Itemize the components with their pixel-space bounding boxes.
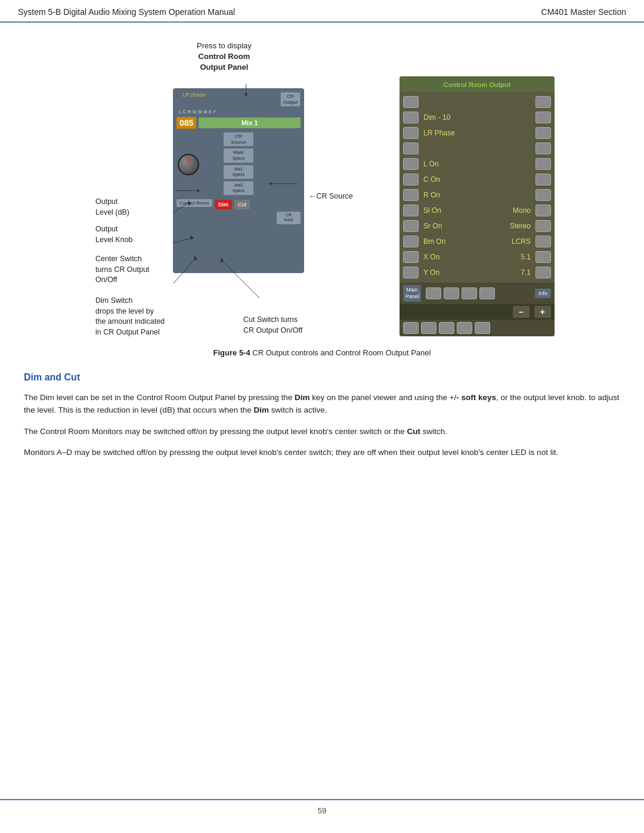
cr-output-btn[interactable]: CROutput [280, 92, 301, 107]
dim10-label: Dim - 10 [421, 113, 533, 122]
bmon-label: Bm On [421, 237, 509, 246]
dim-and-cut-section: Dim and Cut The Dim level can be set in … [24, 372, 620, 459]
figure-caption: Figure 5-4 CR Output controls and Contro… [24, 348, 620, 357]
lcd-085: 085 [177, 117, 196, 129]
left-diagram: Press to display Control Room Output Pan… [89, 41, 376, 327]
lon-label: L On [421, 160, 533, 168]
page-header: System 5-B Digital Audio Mixing System O… [0, 0, 644, 23]
bottom-soft-key-2[interactable] [444, 287, 459, 299]
soft-key-right-slon[interactable] [535, 205, 551, 216]
panel-title: Control Room Output [444, 81, 510, 88]
plus-btn[interactable]: + [534, 306, 551, 318]
cr-inset-btn[interactable]: CRInset [277, 212, 301, 224]
bottom-soft-key-1[interactable] [426, 287, 441, 299]
soft-key-right-xon[interactable] [535, 251, 551, 263]
header-left: System 5-B Digital Audio Mixing System O… [18, 7, 235, 17]
soft-key-left-lrphase[interactable] [403, 127, 419, 139]
stereo-label: Stereo [510, 222, 531, 230]
soft-key-right-dim10[interactable] [535, 112, 551, 123]
soft-key-right-lrphase[interactable] [535, 127, 551, 139]
ann-output-level-knob: Output Level Knob [95, 224, 133, 245]
soft-key-left-dim10[interactable] [403, 112, 419, 123]
panel-row-xon: X On 5.1 [400, 249, 555, 265]
panel-plusminus-row: – + [400, 304, 555, 320]
diagram-section: Press to display Control Room Output Pan… [24, 41, 620, 336]
soft-key-right-0[interactable] [535, 96, 551, 108]
soft-key-right-blank2[interactable] [535, 143, 551, 154]
ann-center-switch: Center Switch turns CR Output On/Off [95, 254, 149, 286]
slon-label: Sl On [421, 206, 510, 215]
paragraph-1: The Dim level can be set in the Control … [24, 391, 620, 417]
control-room-output-panel: Control Room Output Dim - 10 [400, 76, 555, 336]
soft-key-left-sron[interactable] [403, 220, 419, 232]
bottom2-soft-key-4[interactable] [457, 322, 472, 334]
lcd-row: 085 Mix 1 [177, 117, 301, 129]
info-btn[interactable]: Info [535, 289, 551, 298]
panel-rows: Dim - 10 LR Phase [400, 92, 555, 283]
bottom2-soft-key-3[interactable] [439, 322, 454, 334]
soft-key-right-ron[interactable] [535, 189, 551, 201]
lcrs-label: LCRS [512, 237, 531, 246]
panel-row-blank-top [400, 94, 555, 110]
mono-label: Mono [513, 206, 531, 215]
soft-key-left-slon[interactable] [403, 205, 419, 216]
bottom2-soft-key-2[interactable] [421, 322, 436, 334]
ann-cr-source: ←CR Source [309, 191, 353, 202]
7-1-label: 7.1 [521, 268, 531, 277]
soft-key-left-bmon[interactable] [403, 236, 419, 247]
soft-key-left-yon[interactable] [403, 267, 419, 278]
lr-phase-label: LR phase [182, 92, 206, 98]
section-title: Dim and Cut [24, 372, 620, 383]
cr-panel: LR phase CROutput L C R Sl Sr B X Y 085 … [173, 88, 304, 273]
panel-row-ron: R On [400, 187, 555, 203]
main-panel-btn[interactable]: MainPanel [403, 285, 421, 302]
level-knob[interactable] [178, 154, 199, 175]
xon-label: X On [421, 253, 518, 261]
panel-soft-row-bottom [400, 320, 555, 336]
bottom-soft-key-3[interactable] [462, 287, 477, 299]
panel-row-yon: Y On 7.1 [400, 265, 555, 280]
soft-key-left-xon[interactable] [403, 251, 419, 263]
cr-source-btn[interactable]: CRSource [224, 132, 253, 146]
panel-row-slon: Sl On Mono [400, 203, 555, 218]
bottom-soft-key-4[interactable] [479, 287, 495, 299]
yon-label: Y On [421, 268, 518, 277]
panel-row-sron: Sr On Stereo [400, 218, 555, 234]
bottom2-soft-key-1[interactable] [403, 322, 419, 334]
soft-key-left-blank2[interactable] [403, 143, 419, 154]
page-footer: 59 [0, 799, 644, 821]
panel-bottom-bar: MainPanel Info [400, 283, 555, 304]
press-label: Press to display Control Room Output Pan… [197, 41, 252, 73]
alt1-spkrs-btn[interactable]: Alt1Spkrs [224, 165, 253, 179]
soft-key-right-yon[interactable] [535, 267, 551, 278]
soft-key-left-ron[interactable] [403, 189, 419, 201]
soft-key-left-lon[interactable] [403, 158, 419, 170]
soft-key-left-con[interactable] [403, 174, 419, 185]
right-diagram-wrapper: Control Room Output Dim - 10 [400, 76, 555, 336]
soft-key-right-sron[interactable] [535, 220, 551, 232]
dim-btn[interactable]: Dim [215, 200, 232, 209]
soft-key-right-lon[interactable] [535, 158, 551, 170]
panel-row-bmon: Bm On LCRS [400, 234, 555, 249]
mix1-btn[interactable]: Mix 1 [199, 117, 301, 128]
paragraph-2: The Control Room Monitors may be switche… [24, 425, 620, 438]
soft-key-right-bmon[interactable] [535, 236, 551, 247]
main-spkrs-btn[interactable]: MainSpkrs [224, 148, 253, 162]
soft-key-right-con[interactable] [535, 174, 551, 185]
header-right: CM401 Master Section [541, 7, 626, 17]
control-room-label: Control Room [177, 199, 212, 207]
channel-row: L C R Sl Sr B X Y [177, 109, 301, 114]
ann-dim-switch: Dim Switch drops the level by the amount… [95, 296, 165, 337]
sron-label: Sr On [421, 222, 507, 230]
soft-key-left-0[interactable] [403, 96, 419, 108]
minus-btn[interactable]: – [513, 306, 530, 318]
ron-label: R On [421, 191, 533, 199]
page-number: 59 [318, 806, 326, 815]
alt2-spkrs-btn[interactable]: Alt2Spkrs [224, 181, 253, 195]
cut-btn[interactable]: Cut [234, 200, 250, 209]
5-1-label: 5.1 [521, 253, 531, 261]
bottom2-soft-key-5[interactable] [475, 322, 490, 334]
panel-title-bar: Control Room Output [400, 76, 555, 92]
con-label: C On [421, 175, 533, 184]
lrphase-label: LR Phase [421, 129, 533, 137]
